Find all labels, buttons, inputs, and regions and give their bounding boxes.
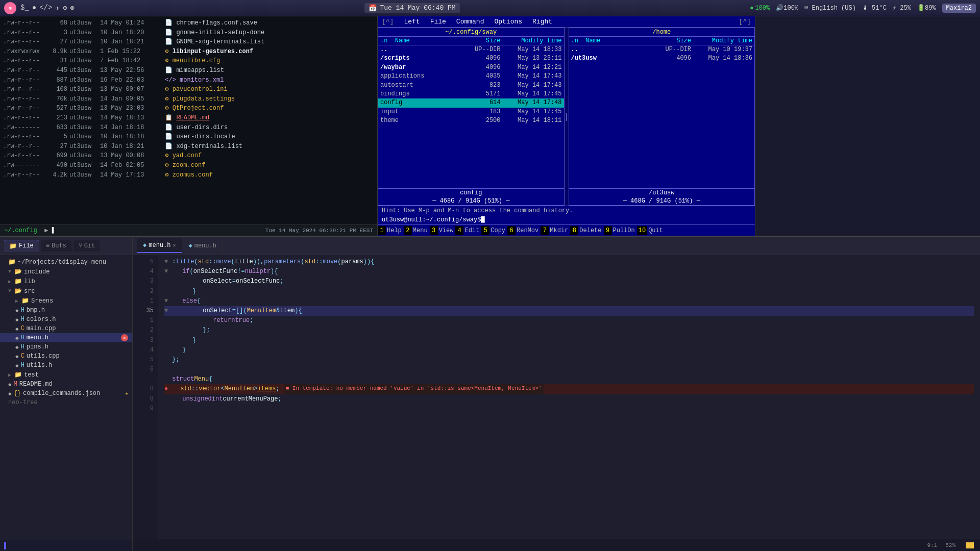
apps-icon[interactable]: ● bbox=[32, 4, 36, 12]
terminal-panel[interactable]: .rw-r--r--68ut3usw14 May 01:24 📄 chrome-… bbox=[0, 16, 378, 236]
folder-open-icon: 📂 bbox=[14, 268, 22, 276]
mc-menu-left[interactable]: Left bbox=[404, 18, 420, 26]
line-num: 2 bbox=[133, 325, 154, 335]
code-content[interactable]: ▼ : title(std::move(title)), parameters(… bbox=[158, 255, 980, 539]
terminal-content: .rw-r--r--68ut3usw14 May 01:24 📄 chrome-… bbox=[0, 16, 377, 224]
tree-file-menu-h[interactable]: ◆ H menu.h ✕ bbox=[0, 333, 132, 342]
file-row: .rw-r--r--213ut3usw14 May 18:13 📋 README… bbox=[3, 113, 374, 123]
tree-file-utils-cpp[interactable]: ◆ C utils.cpp bbox=[0, 352, 132, 361]
close-file-button[interactable]: ✕ bbox=[121, 334, 128, 341]
tree-label-utils-cpp: utils.cpp bbox=[27, 353, 60, 360]
network-icon[interactable]: ✈ bbox=[55, 4, 59, 12]
tab-file[interactable]: 📁 File bbox=[4, 240, 39, 252]
user-badge[interactable]: Maxira2 bbox=[942, 4, 976, 13]
fkey-9[interactable]: 9PullDn bbox=[604, 226, 637, 235]
zoom-level: 52% bbox=[945, 542, 955, 548]
fkey-4[interactable]: 4Edit bbox=[455, 226, 481, 235]
line-numbers: 5 4 3 2 1 35 1 2 3 4 5 6 8 8 9 bbox=[133, 255, 158, 539]
close-icon[interactable]: ⊗ bbox=[70, 4, 74, 12]
line-num: 1 bbox=[133, 316, 154, 325]
topbar: ❋ $_ ● </> ✈ ⊕ ⊗ 📅 Tue 14 May 06:40 PM ●… bbox=[0, 0, 980, 16]
tree-neo-tree: neo-tree bbox=[0, 398, 132, 407]
terminal-icon[interactable]: $_ bbox=[20, 4, 29, 12]
fkey-7[interactable]: 7Mkdir bbox=[541, 226, 570, 235]
topbar-left: ❋ $_ ● </> ✈ ⊕ ⊗ bbox=[4, 2, 75, 14]
fkey-10[interactable]: 10Quit bbox=[637, 226, 665, 235]
mc-file-item[interactable]: /scripts4096May 13 23:11 bbox=[378, 54, 564, 63]
mc-menu-file[interactable]: File bbox=[430, 18, 446, 26]
file-icon-md: M bbox=[14, 381, 17, 388]
mc-file-item[interactable]: /ut3usw4096May 14 18:36 bbox=[569, 54, 755, 63]
mc-file-item[interactable]: applications4035May 14 17:43 bbox=[378, 72, 564, 81]
mc-file-item[interactable]: /waybar4096May 14 12:21 bbox=[378, 63, 564, 72]
file-dot-icon: ◆ bbox=[15, 307, 19, 314]
fkey-6[interactable]: 6RenMov bbox=[507, 226, 541, 235]
file-row: .rw-r--r--5ut3usw10 Jan 18:18 📄 user-dir… bbox=[3, 132, 374, 142]
tree-file-compile-commands[interactable]: ◆ {} compile_commands.json ★ bbox=[0, 389, 132, 398]
fkey-8[interactable]: 8Delete bbox=[570, 226, 603, 235]
tab-file-icon: ◆ bbox=[188, 242, 192, 249]
code-line-highlighted: ▼ onSelect = [](MenuItem&item) { bbox=[164, 306, 974, 316]
line-num: 4 bbox=[133, 345, 154, 355]
add-icon[interactable]: ⊕ bbox=[63, 4, 67, 12]
cursor-position: 9:1 bbox=[927, 542, 937, 548]
fkey-2[interactable]: 2Menu bbox=[404, 226, 430, 235]
tree-label-include: include bbox=[24, 268, 50, 276]
mc-file-item[interactable]: theme2500May 14 18:11 bbox=[378, 116, 564, 125]
file-dot-icon: ◆ bbox=[8, 381, 12, 388]
tree-label-readme: README.md bbox=[19, 381, 53, 388]
fkey-5[interactable]: 5Copy bbox=[481, 226, 507, 235]
tree-label-compile-commands: compile_commands.json bbox=[23, 390, 100, 397]
tree-folder-test[interactable]: ▶ 📁 test bbox=[0, 370, 132, 380]
tree-file-readme[interactable]: ◆ M README.md bbox=[0, 380, 132, 389]
file-row: .rw-r--r--27ut3usw10 Jan 18:21 📄 xdg-ter… bbox=[3, 142, 374, 152]
mc-file-item[interactable]: ..UP--DIRMay 14 18:33 bbox=[378, 45, 564, 54]
tree-file-utils-h[interactable]: ◆ H utils.h bbox=[0, 361, 132, 370]
mc-cmdline[interactable]: ut3usw@null:~/.config/sway$ █ bbox=[378, 215, 755, 224]
editor-tab-menu-h-active[interactable]: ◆ menu.h ✕ bbox=[137, 238, 182, 253]
editor-top-tabs: ◆ menu.h ✕ ◆ menu.h bbox=[133, 237, 980, 255]
mc-file-item[interactable]: bindings5171May 14 17:45 bbox=[378, 90, 564, 98]
code-line-error: ● std::vector<MenuItem> items; ■ In temp… bbox=[164, 384, 974, 394]
mc-file-item-selected[interactable]: config614May 14 17:48 bbox=[378, 98, 564, 107]
mc-left-path: ~/.config/sway bbox=[378, 28, 564, 37]
tree-folder-src[interactable]: ▼ 📂 src bbox=[0, 286, 132, 296]
code-line: ▼ else { bbox=[164, 296, 974, 306]
mc-panels-area: ~/.config/sway .n Name Size Modify time … bbox=[378, 28, 755, 206]
editor-main: ◆ menu.h ✕ ◆ menu.h 5 4 3 2 1 35 1 bbox=[133, 237, 980, 551]
tree-file-bmp-h[interactable]: ◆ H bmp.h bbox=[0, 306, 132, 315]
mc-menu-right[interactable]: Right bbox=[532, 18, 552, 26]
temp-status: 🌡 51°C bbox=[862, 4, 887, 12]
file-dot-icon: ◆ bbox=[15, 353, 19, 360]
tab-close-button[interactable]: ✕ bbox=[173, 242, 176, 248]
tab-bufs[interactable]: ≡ Bufs bbox=[41, 240, 71, 252]
code-line: struct Menu { bbox=[164, 374, 974, 384]
datetime-display: 📅 Tue 14 May 06:40 PM bbox=[364, 3, 459, 13]
mc-right-disk-info: — 468G / 914G (51%) — bbox=[569, 197, 755, 205]
mc-file-item[interactable]: input183May 14 17:45 bbox=[378, 108, 564, 116]
tree-folder-sreens[interactable]: ▶ 📁 Sreens bbox=[0, 296, 132, 306]
fkey-1[interactable]: 1Help bbox=[378, 226, 404, 235]
code-icon[interactable]: </> bbox=[39, 4, 52, 12]
mc-file-item[interactable]: ..UP--DIRMay 10 19:37 bbox=[569, 45, 755, 54]
tab-git[interactable]: ⑂ Git bbox=[74, 240, 101, 252]
editor-tab-menu-h-2[interactable]: ◆ menu.h bbox=[182, 239, 223, 253]
tree-file-main-cpp[interactable]: ◆ C main.cpp bbox=[0, 324, 132, 333]
editor-code-area[interactable]: 5 4 3 2 1 35 1 2 3 4 5 6 8 8 9 bbox=[133, 255, 980, 539]
code-line bbox=[164, 365, 974, 374]
tree-label-menu-h: menu.h bbox=[27, 334, 48, 341]
app-logo[interactable]: ❋ bbox=[4, 2, 16, 14]
tree-folder-lib[interactable]: ▶ 📁 lib bbox=[0, 277, 132, 286]
tree-file-pins-h[interactable]: ◆ H pins.h bbox=[0, 342, 132, 352]
calendar-icon: 📅 bbox=[369, 4, 377, 12]
editor-sidebar-tabs: 📁 File ≡ Bufs ⑂ Git bbox=[0, 237, 132, 255]
code-line: }; bbox=[164, 325, 974, 335]
tree-file-colors-h[interactable]: ◆ H colors.h bbox=[0, 315, 132, 324]
mc-menu-command[interactable]: Command bbox=[456, 18, 484, 26]
file-row: .rw-r--r--887ut3usw16 Feb 22:03 </> moni… bbox=[3, 76, 374, 85]
mc-menu-options[interactable]: Options bbox=[494, 18, 522, 26]
mc-file-item[interactable]: autostart823May 14 17:43 bbox=[378, 81, 564, 90]
fkey-3[interactable]: 3View bbox=[430, 226, 456, 235]
code-line: ▼ if (onSelectFunc != nullptr) { bbox=[164, 267, 974, 277]
tree-folder-include[interactable]: ▼ 📂 include bbox=[0, 267, 132, 277]
